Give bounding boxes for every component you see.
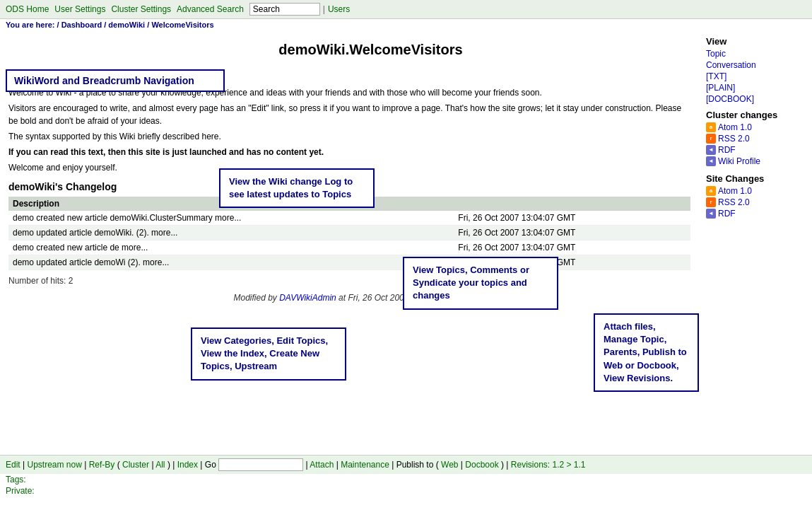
breadcrumb-nav-annotation: WikiWord and Breadcrumb Navigation	[6, 69, 225, 92]
tags-line: Tags:	[0, 474, 812, 485]
site-atom-row: a Atom 1.0	[706, 186, 805, 196]
sidebar-view-docbook-link[interactable]: [DOCBOOK]	[706, 94, 754, 104]
top-nav-bar: ODS Home User Settings Cluster Settings …	[0, 0, 812, 19]
sidebar-view-conversation: Conversation	[706, 60, 805, 70]
attach-link[interactable]: Attach	[310, 460, 334, 470]
sidebar-view-docbook: [DOCBOOK]	[706, 94, 805, 104]
site-rss-link[interactable]: RSS 2.0	[718, 197, 750, 207]
changelog-view-annotation: View the Wiki change Log to see latest u…	[219, 168, 375, 208]
row-description: demo updated article demoWi (2). more...	[8, 255, 454, 270]
upstream-now-link[interactable]: Upstream now	[27, 460, 81, 470]
breadcrumb-demowiki[interactable]: demoWiki	[108, 21, 145, 29]
sidebar-view-plain: [PLAIN]	[706, 83, 805, 93]
topics-view-annotation: View Topics, Comments or Syndicate your …	[403, 257, 558, 310]
cluster-changes-section: Cluster changes a Atom 1.0 r RSS 2.0 ◄ R…	[706, 110, 805, 166]
private-line: Private:	[0, 485, 812, 497]
nav-ods-home[interactable]: ODS Home	[6, 4, 49, 14]
welcome-text: Welcome to Wiki - a place to share your …	[8, 86, 690, 174]
ref-by-link[interactable]: Ref-By	[89, 460, 115, 470]
cluster-wiki-profile-row: ◄ Wiki Profile	[706, 156, 805, 166]
go-label: Go	[205, 460, 216, 470]
revisions-link[interactable]: Revisions: 1.2 > 1.1	[511, 460, 586, 470]
cluster-link[interactable]: Cluster	[122, 460, 149, 470]
attach-manage-annotation: Attach files, Manage Topic, Parents, Pub…	[594, 313, 699, 392]
row-date: Fri, 26 Oct 2007 13:04:07 GMT	[454, 226, 690, 240]
categories-view-annotation: View Categories, Edit Topics, View the I…	[191, 327, 346, 381]
sidebar-view-topic: Topic	[706, 49, 805, 59]
cluster-changes-title: Cluster changes	[706, 110, 805, 120]
nav-users[interactable]: Users	[328, 4, 350, 14]
main-layout: WikiWord and Breadcrumb Navigation demoW…	[0, 30, 812, 455]
go-input[interactable]	[218, 458, 303, 471]
row-date: Fri, 26 Oct 2007 13:04:07 GMT	[454, 240, 690, 255]
index-link[interactable]: Index	[177, 460, 198, 470]
breadcrumb-welcomevisitors[interactable]: WelcomeVisitors	[151, 21, 213, 29]
modified-by-user[interactable]: DAVWikiAdmin	[279, 293, 336, 303]
row-description: demo created new article de more...	[8, 240, 454, 255]
publish-docbook-link[interactable]: Docbook	[465, 460, 498, 470]
sidebar-view-txt-link[interactable]: [TXT]	[706, 71, 726, 81]
content-area: WikiWord and Breadcrumb Navigation demoW…	[0, 30, 699, 455]
col-date	[454, 197, 690, 211]
sidebar-view-conversation-link[interactable]: Conversation	[706, 60, 756, 70]
nav-user-settings[interactable]: User Settings	[54, 4, 105, 14]
hits-count: Number of hits: 2	[8, 276, 690, 286]
cluster-rss-row: r RSS 2.0	[706, 134, 805, 144]
edit-link[interactable]: Edit	[6, 460, 20, 470]
site-atom-icon: a	[706, 186, 716, 196]
page-title: demoWiki.WelcomeVisitors	[51, 42, 690, 58]
cluster-rdf-row: ◄ RDF	[706, 145, 805, 155]
site-changes-title: Site Changes	[706, 173, 805, 184]
breadcrumb: You are here: / Dashboard / demoWiki / W…	[0, 19, 812, 30]
modified-by-line: Modified by DAVWikiAdmin at Fri, 26 Oct …	[8, 293, 690, 303]
sidebar-view-txt: [TXT]	[706, 71, 805, 81]
row-description: demo updated article demoWiki. (2). more…	[8, 226, 454, 240]
nav-advanced-search[interactable]: Advanced Search	[177, 4, 244, 14]
row-description: demo created new article demoWiki.Cluste…	[8, 211, 454, 226]
sidebar-view-topic-link[interactable]: Topic	[706, 49, 726, 59]
site-rss-row: r RSS 2.0	[706, 197, 805, 207]
site-rdf-row: ◄ RDF	[706, 209, 805, 219]
search-input[interactable]	[249, 3, 320, 16]
cluster-atom-link[interactable]: Atom 1.0	[718, 122, 752, 132]
table-row: demo created new article de more... Fri,…	[8, 240, 690, 255]
right-sidebar: View Topic Conversation [TXT] [PLAIN] [D…	[699, 30, 812, 455]
rdf-icon: ◄	[706, 145, 716, 155]
bottom-toolbar: Edit | Upstream now | Ref-By ( Cluster |…	[0, 455, 812, 474]
atom-icon: a	[706, 122, 716, 132]
site-changes-section: Site Changes a Atom 1.0 r RSS 2.0 ◄ RDF	[706, 173, 805, 219]
cluster-rss-link[interactable]: RSS 2.0	[718, 134, 750, 144]
cluster-rdf-link[interactable]: RDF	[718, 145, 736, 155]
rss-icon: r	[706, 134, 716, 144]
site-rdf-icon: ◄	[706, 209, 716, 219]
maintenance-link[interactable]: Maintenance	[341, 460, 389, 470]
site-atom-link[interactable]: Atom 1.0	[718, 186, 752, 196]
table-row: demo created new article demoWiki.Cluste…	[8, 211, 690, 226]
publish-web-link[interactable]: Web	[441, 460, 458, 470]
wiki-profile-icon: ◄	[706, 156, 716, 166]
table-row: demo updated article demoWiki. (2). more…	[8, 226, 690, 240]
all-link[interactable]: All	[155, 460, 165, 470]
nav-cluster-settings[interactable]: Cluster Settings	[111, 4, 171, 14]
site-rdf-link[interactable]: RDF	[718, 209, 736, 219]
site-rss-icon: r	[706, 197, 716, 207]
row-date: Fri, 26 Oct 2007 13:04:07 GMT	[454, 211, 690, 226]
cluster-wiki-profile-link[interactable]: Wiki Profile	[718, 156, 760, 166]
cluster-atom-row: a Atom 1.0	[706, 122, 805, 132]
breadcrumb-dashboard[interactable]: Dashboard	[61, 21, 102, 29]
table-row: demo updated article demoWi (2). more...…	[8, 255, 690, 270]
sidebar-view-plain-link[interactable]: [PLAIN]	[706, 83, 735, 93]
sidebar-view-title: View	[706, 36, 805, 47]
